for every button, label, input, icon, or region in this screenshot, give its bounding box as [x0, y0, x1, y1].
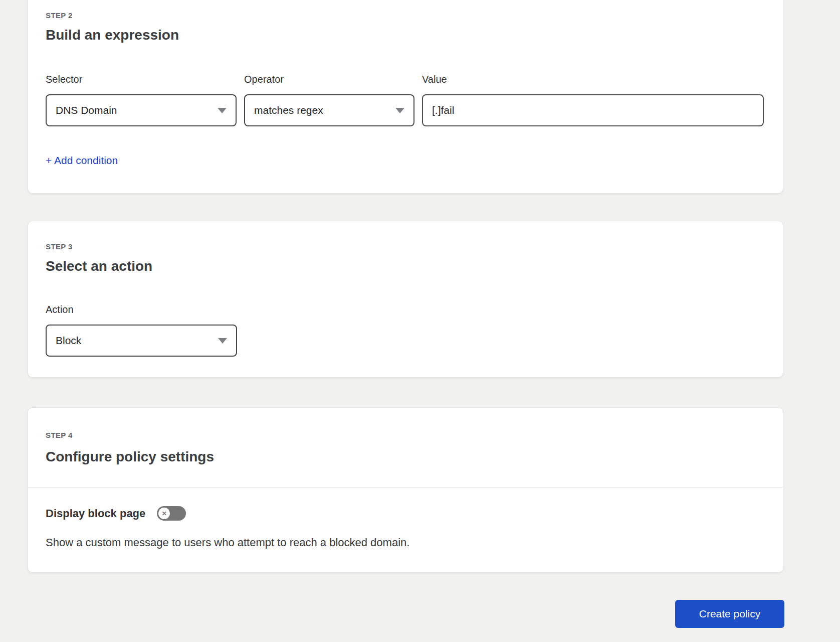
selector-label: Selector: [46, 73, 237, 85]
value-field-group: Value: [422, 73, 764, 126]
step4-card: STEP 4 Configure policy settings Display…: [28, 407, 783, 573]
action-field-group: Action Block: [46, 303, 237, 357]
step4-label: STEP 4: [46, 431, 73, 439]
step4-title: Configure policy settings: [46, 449, 214, 465]
operator-dropdown-value: matches regex: [254, 104, 323, 116]
display-block-page-description: Show a custom message to users who attem…: [46, 536, 409, 549]
operator-label: Operator: [244, 73, 414, 85]
value-input[interactable]: [422, 94, 764, 126]
toggle-off-x-icon: ✕: [158, 508, 170, 519]
chevron-down-icon: [218, 338, 227, 344]
action-label: Action: [46, 303, 237, 315]
add-condition-link[interactable]: + Add condition: [46, 154, 118, 167]
selector-field-group: Selector DNS Domain: [46, 73, 237, 126]
step2-title: Build an expression: [46, 27, 179, 43]
step2-card: STEP 2 Build an expression Selector DNS …: [28, 0, 783, 194]
card-header-divider: [28, 487, 783, 488]
step3-title: Select an action: [46, 258, 152, 274]
display-block-page-toggle[interactable]: ✕: [157, 506, 186, 521]
action-dropdown-value: Block: [56, 335, 81, 347]
chevron-down-icon: [218, 108, 227, 113]
display-block-page-row: Display block page ✕: [46, 506, 186, 521]
value-label: Value: [422, 73, 764, 85]
operator-field-group: Operator matches regex: [244, 73, 414, 126]
step2-label: STEP 2: [46, 11, 73, 20]
create-policy-button[interactable]: Create policy: [675, 600, 784, 628]
action-dropdown[interactable]: Block: [46, 325, 237, 357]
display-block-page-label: Display block page: [46, 507, 145, 520]
chevron-down-icon: [395, 108, 404, 113]
step3-label: STEP 3: [46, 242, 73, 251]
selector-dropdown[interactable]: DNS Domain: [46, 94, 237, 126]
operator-dropdown[interactable]: matches regex: [244, 94, 414, 126]
create-policy-page: STEP 2 Build an expression Selector DNS …: [0, 0, 840, 642]
step3-card: STEP 3 Select an action Action Block: [28, 221, 783, 378]
selector-dropdown-value: DNS Domain: [56, 104, 117, 116]
